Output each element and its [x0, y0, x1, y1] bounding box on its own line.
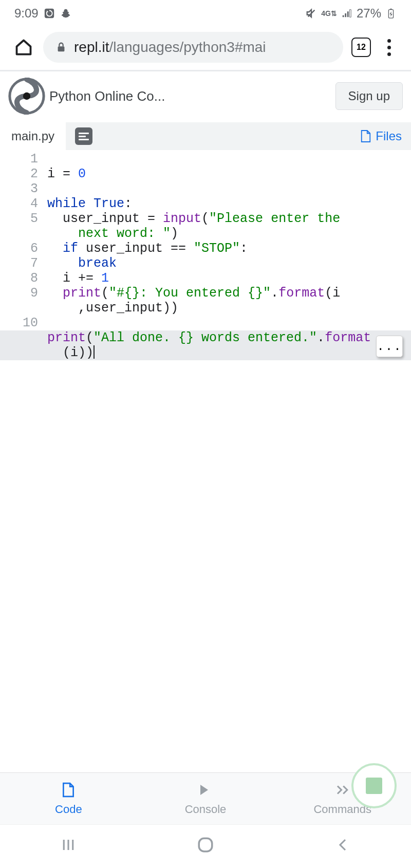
- network-4g-icon: 4G⇅: [321, 9, 337, 17]
- files-button[interactable]: Files: [360, 129, 402, 143]
- browser-bar: repl.it/languages/python3#mai 12: [0, 27, 411, 70]
- tabs-button[interactable]: 12: [351, 38, 371, 57]
- file-icon: [360, 130, 371, 143]
- snapchat-icon: [60, 8, 71, 19]
- home-icon: [14, 38, 33, 57]
- svg-rect-3: [58, 46, 65, 51]
- recents-button[interactable]: [38, 837, 99, 853]
- code-editor[interactable]: 1 2 3 4 5 6 7 8 9 10 11 i = 0 while True…: [0, 152, 411, 360]
- code-actions-button[interactable]: ...: [376, 336, 403, 357]
- url-bar[interactable]: repl.it/languages/python3#mai: [43, 32, 343, 63]
- stop-button[interactable]: [351, 763, 397, 808]
- status-time: 9:09: [14, 6, 39, 21]
- battery-pct: 27%: [357, 6, 381, 21]
- url-text: repl.it/languages/python3#mai: [74, 39, 266, 56]
- signal-icon: [341, 8, 352, 19]
- code-content[interactable]: i = 0 while True: user_input = input("Pl…: [47, 152, 411, 360]
- recents-icon: [61, 837, 76, 853]
- signup-button[interactable]: Sign up: [335, 82, 403, 110]
- back-chevron-icon: [335, 837, 350, 853]
- status-bar: 9:09 4G⇅ 27%: [0, 0, 411, 27]
- browser-menu-button[interactable]: [379, 39, 399, 56]
- file-tabs: main.py Files: [0, 121, 411, 152]
- mute-icon: [306, 8, 317, 19]
- home-system-button[interactable]: [175, 836, 236, 854]
- code-file-icon: [61, 782, 76, 798]
- file-tab-main[interactable]: main.py: [0, 121, 66, 152]
- svg-point-5: [23, 93, 30, 100]
- stop-icon: [366, 778, 382, 794]
- format-button[interactable]: [75, 127, 92, 145]
- home-square-icon: [197, 836, 214, 854]
- tab-code[interactable]: Code: [0, 773, 137, 824]
- play-next-icon: [198, 782, 213, 798]
- system-nav: [0, 824, 411, 868]
- svg-rect-6: [199, 838, 212, 852]
- cursor: [94, 345, 95, 359]
- repl-header: Python Online Co... Sign up: [0, 71, 411, 121]
- replit-logo-icon: [8, 78, 45, 115]
- tab-console[interactable]: Console: [137, 773, 274, 824]
- back-button[interactable]: [312, 837, 373, 853]
- chevrons-right-icon: [335, 782, 350, 798]
- bottom-tabs: Code Console Commands: [0, 772, 411, 824]
- battery-charging-icon: [385, 8, 397, 19]
- lock-icon: [55, 42, 67, 53]
- svg-rect-2: [390, 9, 392, 10]
- home-button[interactable]: [12, 36, 35, 59]
- refresh-badge-icon: [44, 8, 55, 19]
- line-gutter: 1 2 3 4 5 6 7 8 9 10 11: [0, 152, 47, 360]
- page-title: Python Online Co...: [49, 88, 165, 104]
